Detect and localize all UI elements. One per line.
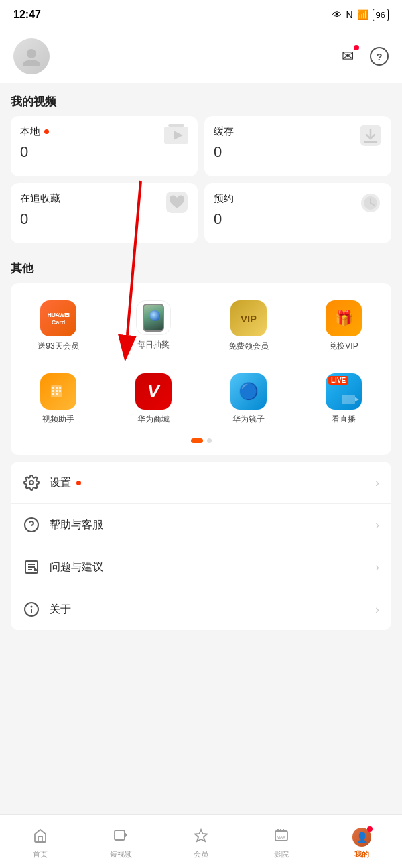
page-indicator	[11, 436, 391, 448]
cache-video-card[interactable]: 缓存 0	[204, 116, 391, 176]
svg-rect-15	[59, 387, 61, 389]
my-videos-title: 我的视频	[11, 83, 391, 116]
svg-rect-13	[52, 387, 54, 389]
mail-button[interactable]: ✉	[336, 45, 359, 68]
apps-row1: HUAWEI Card 送93天会员 每日抽奖	[11, 290, 391, 363]
app-huawei-card[interactable]: HUAWEI Card 送93天会员	[11, 294, 106, 359]
app-vmall[interactable]: V 华为商城	[106, 367, 201, 432]
avatar[interactable]	[13, 38, 50, 74]
nav-me[interactable]: 👤 我的	[322, 824, 402, 859]
status-time: 12:47	[13, 9, 41, 21]
vmall-label: 华为商城	[137, 414, 170, 425]
nav-home[interactable]: 首页	[0, 824, 80, 859]
video-grid-row2: 在追收藏 0 预约	[11, 183, 391, 243]
reservation-count: 0	[214, 210, 382, 228]
daily-lottery-label: 每日抽奖	[137, 339, 170, 351]
live-watch-icon: LIVE	[326, 373, 362, 410]
nav-avatar: 👤	[352, 828, 371, 847]
huawei-mirror-icon: 🔵	[230, 373, 267, 410]
reservation-card[interactable]: 预约 0	[204, 183, 391, 243]
settings-icon	[23, 474, 40, 491]
nav-home-label: 首页	[33, 849, 48, 859]
vip-icon	[194, 828, 208, 847]
local-icon	[163, 123, 190, 150]
help-menu-item[interactable]: 帮助与客服 ›	[11, 504, 391, 546]
question-icon: ?	[376, 51, 382, 62]
settings-chevron: ›	[375, 476, 379, 490]
nav-cinema[interactable]: MAX 影院	[241, 824, 322, 859]
favorites-count: 0	[20, 210, 188, 228]
svg-rect-14	[56, 387, 58, 389]
local-video-card[interactable]: 本地 0	[11, 116, 198, 176]
svg-point-1	[23, 60, 40, 66]
about-label: 关于	[50, 603, 71, 617]
huawei-mirror-label: 华为镜子	[232, 414, 265, 425]
app-video-helper[interactable]: 视频助手	[11, 367, 106, 432]
video-helper-icon	[40, 373, 76, 410]
feedback-label: 问题与建议	[50, 560, 103, 574]
nav-vip-label: 会员	[194, 849, 208, 859]
free-vip-icon: VIP	[230, 300, 267, 336]
svg-rect-20	[56, 393, 58, 395]
cache-icon	[358, 123, 383, 153]
menu-section: 设置 › 帮助与客服 ›	[11, 462, 391, 630]
local-title: 本地	[20, 125, 40, 138]
info-icon	[23, 601, 40, 618]
app-huawei-mirror[interactable]: 🔵 华为镜子	[201, 367, 296, 432]
svg-text:MAX: MAX	[277, 835, 285, 839]
main-scroll: ✉ ? 我的视频 本地	[0, 29, 402, 814]
app-daily-lottery[interactable]: 每日抽奖	[106, 294, 201, 359]
settings-label: 设置	[50, 476, 71, 490]
app-exchange-vip[interactable]: 🎁 兑换VIP	[296, 294, 391, 359]
feedback-chevron: ›	[375, 560, 379, 574]
eye-icon: 👁	[332, 9, 342, 20]
apps-row2: 视频助手 V 华为商城 🔵 华为镜子	[11, 363, 391, 436]
help-button[interactable]: ?	[370, 47, 389, 66]
svg-marker-22	[355, 397, 359, 401]
svg-rect-3	[168, 124, 184, 127]
help-circle-icon	[23, 516, 40, 534]
home-icon	[33, 828, 48, 847]
nav-me-badge	[367, 826, 373, 832]
free-vip-label: 免费领会员	[228, 340, 269, 352]
about-menu-item[interactable]: 关于 ›	[11, 588, 391, 630]
daily-lottery-icon	[136, 300, 171, 335]
nav-shorts[interactable]: 短视频	[80, 824, 161, 859]
mail-badge	[354, 45, 359, 50]
svg-rect-35	[115, 830, 125, 840]
favorites-icon	[164, 190, 190, 220]
feedback-icon	[23, 558, 40, 576]
svg-rect-19	[52, 393, 54, 395]
cache-count: 0	[214, 143, 382, 161]
svg-marker-37	[195, 830, 207, 841]
reservation-icon	[358, 190, 383, 220]
user-avatar-area[interactable]	[13, 38, 50, 74]
svg-marker-36	[125, 833, 127, 837]
svg-rect-18	[59, 390, 61, 392]
status-icons: 👁 N 📶 96	[332, 9, 389, 21]
vmall-icon: V	[135, 373, 172, 410]
svg-point-23	[29, 481, 34, 485]
settings-menu-item[interactable]: 设置 ›	[11, 462, 391, 504]
svg-point-0	[27, 49, 36, 58]
other-title: 其他	[11, 250, 391, 283]
shorts-icon	[113, 828, 128, 847]
top-bar: ✉ ?	[0, 29, 402, 83]
mail-icon: ✉	[342, 48, 354, 65]
battery-indicator: 96	[373, 9, 389, 21]
svg-rect-17	[56, 390, 58, 392]
app-free-vip[interactable]: VIP 免费领会员	[201, 294, 296, 359]
app-live-watch[interactable]: LIVE 看直播	[296, 367, 391, 432]
feedback-menu-item[interactable]: 问题与建议 ›	[11, 546, 391, 588]
main-content: 我的视频 本地 0	[0, 83, 402, 650]
status-bar: 12:47 👁 N 📶 96	[0, 0, 402, 29]
settings-dot	[76, 481, 81, 485]
wifi-icon: 📶	[357, 9, 368, 20]
nav-vip[interactable]: 会员	[161, 824, 241, 859]
nav-me-label: 我的	[354, 849, 369, 859]
huawei-card-label: 送93天会员	[38, 340, 78, 352]
local-dot	[44, 129, 49, 134]
bottom-nav: 首页 短视频 会员 MAX 影	[0, 814, 402, 868]
svg-rect-16	[52, 390, 54, 392]
favorites-card[interactable]: 在追收藏 0	[11, 183, 198, 243]
